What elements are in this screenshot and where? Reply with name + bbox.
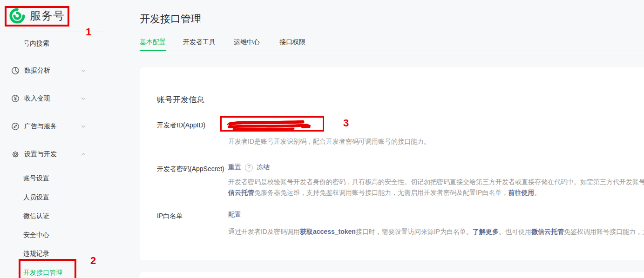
active-tab-underline xyxy=(140,50,166,51)
cloud-hosting-link[interactable]: 信云托管 xyxy=(228,189,254,196)
help-icon[interactable]: ? xyxy=(245,164,253,172)
appsecret-description-line1: 开发者密码是校验账号开发者身份的密码，具有极高的安全性。切记勿把密码直接交给第三… xyxy=(228,177,644,186)
sidebar-item-staff-settings[interactable]: 人员设置 xyxy=(23,193,49,202)
compass-icon xyxy=(11,122,20,131)
appid-redaction-scribble xyxy=(224,117,321,131)
tabbar-divider xyxy=(130,51,644,51)
ip-whitelist-label: IP白名单 xyxy=(157,211,228,221)
freeze-link[interactable]: 冻结 xyxy=(257,163,270,172)
sidebar-item-wechat-verification[interactable]: 微信认证 xyxy=(23,212,49,220)
pie-chart-icon xyxy=(11,66,20,75)
tab-basic-config[interactable]: 基本配置 xyxy=(140,38,166,50)
account-dev-info-card: 账号开发信息 开发者ID(AppID) 开发者ID是账号开发识别码，配合开发者密… xyxy=(140,67,644,260)
ip-whitelist-description: 通过开发者ID及密码调用获取access_token接口时，需要设置访问来源IP… xyxy=(228,227,644,236)
tab-api-permissions[interactable]: 接口权限 xyxy=(279,38,305,50)
go-use-link[interactable]: 前往使用 xyxy=(508,189,534,196)
reset-link[interactable]: 重置 xyxy=(228,163,241,172)
sidebar-group-label: 广告与服务 xyxy=(24,122,57,131)
sidebar-item-violation-records[interactable]: 违规记录 xyxy=(23,250,49,258)
sidebar-group-data-analysis[interactable]: 数据分析 xyxy=(0,65,107,76)
yen-circle-icon xyxy=(11,94,20,103)
chevron-down-icon xyxy=(80,67,87,74)
appsecret-description-line2: 信云托管免服务器免运维，支持免鉴权调用账号接口能力，无需启用开发者密码及配置IP… xyxy=(228,188,541,197)
appsecret-actions: 重置 ? 冻结 xyxy=(228,163,270,172)
sidebar-divider xyxy=(0,32,108,32)
sidebar-group-ads-services[interactable]: 广告与服务 xyxy=(0,121,107,132)
card-heading: 账号开发信息 xyxy=(157,94,204,105)
tab-ops-center[interactable]: 运维中心 xyxy=(234,38,260,50)
appsecret-label: 开发者密码(AppSecret) xyxy=(157,164,228,174)
sidebar-group-revenue[interactable]: 收入变现 xyxy=(0,93,107,104)
cloud-hosting-link-2[interactable]: 微信云托管 xyxy=(531,228,564,235)
page-title: 开发接口管理 xyxy=(140,12,201,26)
chevron-down-icon xyxy=(80,123,87,130)
sidebar-item-search[interactable]: 号内搜索 xyxy=(23,40,49,48)
sidebar-group-label: 收入变现 xyxy=(24,94,50,103)
sidebar-group-label: 设置与开发 xyxy=(24,150,57,159)
configure-link[interactable]: 配置 xyxy=(228,211,241,219)
chevron-up-icon xyxy=(80,151,87,158)
sidebar-group-label: 数据分析 xyxy=(24,66,50,75)
get-access-token-link[interactable]: 获取access_token xyxy=(300,228,356,235)
wechat-official-account-logo-icon xyxy=(9,8,25,24)
chevron-down-icon xyxy=(80,95,87,102)
sidebar: 服务号 号内搜索 数据分析 收入变现 广告与服务 xyxy=(0,0,130,278)
sidebar-item-dev-interface-management[interactable]: 开发接口管理 xyxy=(23,269,62,277)
gear-icon xyxy=(11,150,20,159)
appid-description: 开发者ID是账号开发识别码，配合开发者密码可调用账号的接口能力。 xyxy=(228,137,430,146)
brand[interactable]: 服务号 xyxy=(9,8,65,24)
appid-label: 开发者ID(AppID) xyxy=(157,120,228,130)
learn-more-link[interactable]: 了解更多 xyxy=(473,228,499,235)
brand-name: 服务号 xyxy=(30,8,65,23)
tab-developer-tools[interactable]: 开发者工具 xyxy=(183,38,216,50)
sidebar-group-settings-dev[interactable]: 设置与开发 xyxy=(0,149,107,160)
sidebar-item-account-settings[interactable]: 账号设置 xyxy=(23,174,49,183)
sidebar-item-security-center[interactable]: 安全中心 xyxy=(23,231,49,239)
next-section-card xyxy=(140,272,644,278)
